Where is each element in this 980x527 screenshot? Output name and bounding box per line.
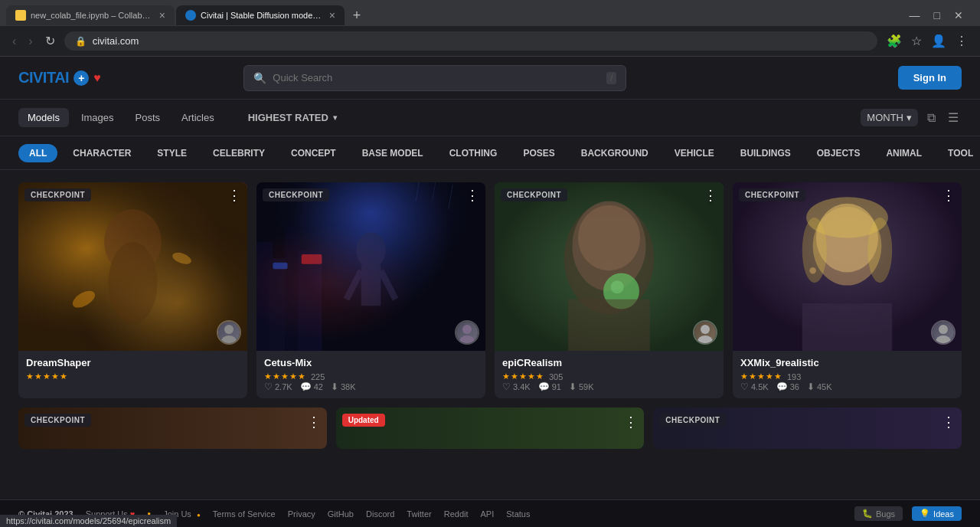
reload-button[interactable]: ↻ — [42, 32, 58, 50]
bottom-card-2[interactable]: Updated ⋮ — [336, 408, 645, 449]
sort-button[interactable]: HIGHEST RATED ▾ — [248, 112, 337, 123]
address-bar[interactable]: 🔒 civitai.com — [64, 31, 877, 51]
footer-tos-link[interactable]: Terms of Service — [213, 509, 276, 519]
filter-icon[interactable]: ⧉ — [924, 108, 939, 128]
category-concept[interactable]: CONCEPT — [280, 144, 347, 162]
footer-api-link[interactable]: API — [481, 509, 495, 519]
tab-civitai[interactable]: Civitai | Stable Diffusion models... × — [176, 5, 345, 25]
ideas-label: Ideas — [933, 509, 954, 519]
category-all[interactable]: ALL — [18, 144, 57, 162]
card3-rating: 305 — [549, 372, 563, 381]
model-card-cetus[interactable]: CHECKPOINT ⋮ Cetus-Mix ★★★★★ 225 — [256, 182, 485, 398]
footer-twitter-link[interactable]: Twitter — [407, 509, 431, 519]
tab-models[interactable]: Models — [18, 108, 69, 127]
minimize-button[interactable]: — — [905, 8, 925, 23]
card3-menu-button[interactable]: ⋮ — [704, 188, 717, 202]
grid-view-icon[interactable]: ☰ — [945, 107, 962, 128]
card2-checkpoint-badge: CHECKPOINT — [263, 188, 329, 201]
downloads-icon: ⬇ — [331, 381, 338, 392]
bottom3-menu-button[interactable]: ⋮ — [942, 414, 956, 430]
card1-menu-button[interactable]: ⋮ — [227, 188, 241, 202]
svg-point-18 — [356, 232, 385, 268]
footer-reddit-link[interactable]: Reddit — [444, 509, 469, 519]
category-base-model[interactable]: BASE MODEL — [351, 144, 434, 162]
logo-heart-icon[interactable]: ♥ — [93, 71, 100, 85]
sign-in-button[interactable]: Sign In — [898, 66, 962, 90]
bottom-card-3[interactable]: CHECKPOINT ⋮ — [653, 408, 962, 449]
bookmark-icon[interactable]: ☆ — [908, 31, 925, 51]
svg-rect-12 — [256, 242, 273, 351]
bottom-card-1[interactable]: CHECKPOINT ⋮ — [18, 408, 327, 449]
card2-menu-button[interactable]: ⋮ — [466, 188, 479, 202]
category-background[interactable]: BACKGROUND — [570, 144, 659, 162]
period-label: MONTH — [867, 112, 903, 123]
model-card-xxmix[interactable]: CHECKPOINT ⋮ XXMix_9realistic ★★★★★ 193 — [733, 182, 962, 398]
period-selector[interactable]: MONTH ▾ — [861, 109, 918, 126]
card1-avatar — [217, 320, 241, 345]
app-logo[interactable]: CIVITAI + ♥ — [18, 69, 100, 87]
svg-rect-19 — [361, 265, 381, 306]
model-card-epicrealism[interactable]: CHECKPOINT ⋮ epiCRealism ★★★★★ 305 — [495, 182, 724, 398]
likes-icon: ♡ — [264, 381, 273, 392]
card2-rating: 225 — [311, 372, 325, 381]
category-poses[interactable]: POSES — [512, 144, 565, 162]
bottom2-menu-button[interactable]: ⋮ — [624, 414, 638, 430]
category-animal[interactable]: ANIMAL — [875, 144, 933, 162]
svg-point-36 — [697, 336, 713, 343]
category-style[interactable]: STYLE — [146, 144, 198, 162]
ideas-button[interactable]: 💡 Ideas — [912, 506, 962, 521]
category-character[interactable]: CHARACTER — [62, 144, 142, 162]
colab-tab-close[interactable]: × — [159, 10, 165, 21]
bugs-label: Bugs — [876, 509, 895, 519]
model-grid: CHECKPOINT ⋮ DreamShaper ★★★★★ — [18, 182, 962, 398]
svg-rect-16 — [302, 254, 322, 264]
bottom1-menu-button[interactable]: ⋮ — [307, 414, 321, 430]
tab-articles[interactable]: Articles — [172, 108, 224, 127]
card3-comments-count: 91 — [552, 382, 561, 391]
card2-comments-count: 42 — [314, 382, 323, 391]
category-vehicle[interactable]: VEHICLE — [664, 144, 725, 162]
tab-posts[interactable]: Posts — [126, 108, 170, 127]
model-card-dreamshaper[interactable]: CHECKPOINT ⋮ DreamShaper ★★★★★ — [18, 182, 247, 398]
forward-button[interactable]: › — [25, 33, 35, 50]
search-bar[interactable]: 🔍 / — [243, 65, 626, 91]
tab-images[interactable]: Images — [72, 108, 123, 127]
card4-menu-button[interactable]: ⋮ — [942, 188, 956, 202]
logo-plus-button[interactable]: + — [74, 70, 89, 86]
bugs-button[interactable]: 🐛 Bugs — [854, 506, 903, 521]
profile-icon[interactable]: 👤 — [928, 31, 949, 51]
search-input[interactable] — [273, 72, 600, 83]
extensions-icon[interactable]: 🧩 — [884, 31, 905, 51]
bottom2-updated-badge: Updated — [342, 414, 385, 427]
footer-discord-link[interactable]: Discord — [366, 509, 394, 519]
card-image-cetus: CHECKPOINT ⋮ — [256, 182, 485, 351]
nav-tabs: Models Images Posts Articles — [18, 108, 224, 127]
card2-downloads-count: 38K — [341, 382, 356, 391]
footer-privacy-link[interactable]: Privacy — [288, 509, 315, 519]
footer-github-link[interactable]: GitHub — [328, 509, 354, 519]
card2-likes: ♡ 2.7K — [264, 381, 292, 392]
settings-icon[interactable]: ⋮ — [952, 31, 971, 51]
card2-stars-row: ★★★★★ 225 — [264, 372, 478, 381]
category-celebrity[interactable]: CELEBRITY — [202, 144, 276, 162]
comments-icon: 💬 — [538, 381, 550, 392]
new-tab-button[interactable]: + — [346, 5, 368, 26]
browser-chrome: new_colab_file.ipynb – Collabora... × Ci… — [0, 0, 980, 57]
svg-rect-34 — [568, 300, 650, 351]
card3-avatar — [693, 320, 717, 345]
category-clothing[interactable]: CLOTHING — [439, 144, 508, 162]
maximize-button[interactable]: □ — [929, 8, 945, 23]
svg-rect-17 — [273, 263, 287, 270]
category-buildings[interactable]: BUILDINGS — [730, 144, 802, 162]
footer-status-link[interactable]: Status — [506, 509, 530, 519]
card-image-xxmix: CHECKPOINT ⋮ — [733, 182, 962, 351]
back-button[interactable]: ‹ — [9, 33, 19, 50]
category-tool[interactable]: TOOL — [937, 144, 980, 162]
comments-icon: 💬 — [300, 381, 312, 392]
tab-colab[interactable]: new_colab_file.ipynb – Collabora... × — [6, 5, 175, 25]
card-image-epic: CHECKPOINT ⋮ — [495, 182, 724, 351]
category-objects[interactable]: OBJECTS — [806, 144, 871, 162]
url-text: civitai.com — [93, 35, 861, 47]
close-button[interactable]: ✕ — [949, 8, 968, 23]
civitai-tab-close[interactable]: × — [329, 10, 335, 21]
